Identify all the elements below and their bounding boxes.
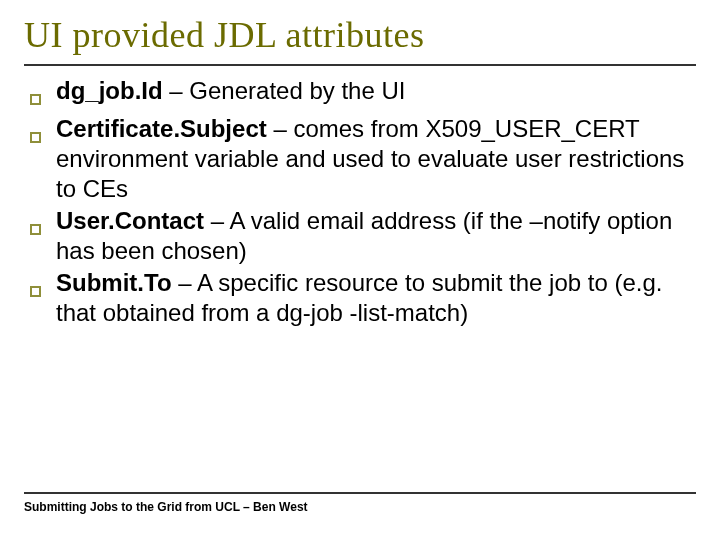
list-item: dg_job.Id – Generated by the UI — [30, 76, 690, 112]
list-item-text: dg_job.Id – Generated by the UI — [56, 76, 690, 112]
footer-text: Submitting Jobs to the Grid from UCL – B… — [24, 500, 696, 514]
square-bullet-icon — [30, 268, 56, 328]
slide: UI provided JDL attributes dg_job.Id – G… — [0, 0, 720, 540]
list-item: Certificate.Subject – comes from X509_US… — [30, 114, 690, 204]
list-item-text: User.Contact – A valid email address (if… — [56, 206, 690, 266]
list-item-text: Certificate.Subject – comes from X509_US… — [56, 114, 690, 204]
footer-divider — [24, 492, 696, 494]
slide-title: UI provided JDL attributes — [0, 0, 720, 60]
list-item: Submit.To – A specific resource to submi… — [30, 268, 690, 328]
square-bullet-icon — [30, 76, 56, 112]
list-item: User.Contact – A valid email address (if… — [30, 206, 690, 266]
list-item-text: Submit.To – A specific resource to submi… — [56, 268, 690, 328]
body-list: dg_job.Id – Generated by the UI Certific… — [0, 66, 720, 328]
square-bullet-icon — [30, 114, 56, 204]
square-bullet-icon — [30, 206, 56, 266]
footer: Submitting Jobs to the Grid from UCL – B… — [24, 484, 696, 514]
